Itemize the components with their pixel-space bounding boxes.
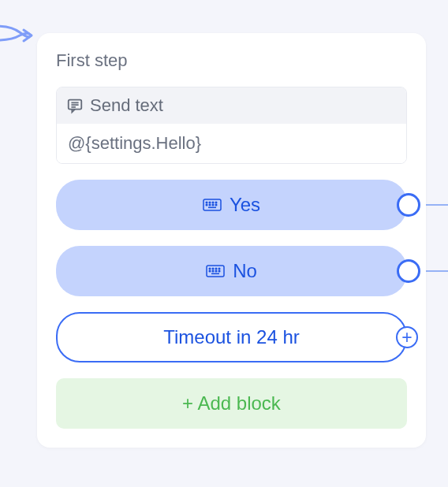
incoming-arrow bbox=[0, 23, 35, 46]
add-block-button[interactable]: + Add block bbox=[56, 378, 407, 429]
svg-point-6 bbox=[209, 202, 211, 203]
add-connector-button[interactable]: + bbox=[396, 326, 418, 348]
svg-rect-23 bbox=[211, 273, 219, 275]
svg-point-8 bbox=[215, 202, 217, 203]
svg-point-7 bbox=[212, 202, 214, 203]
connector-handle-yes[interactable] bbox=[397, 193, 420, 217]
timeout-button[interactable]: Timeout in 24 hr bbox=[56, 312, 407, 362]
svg-point-9 bbox=[206, 204, 207, 206]
timeout-row: Timeout in 24 hr + bbox=[56, 312, 407, 362]
svg-point-15 bbox=[209, 268, 211, 270]
svg-point-5 bbox=[206, 202, 207, 203]
add-block-label: + Add block bbox=[182, 392, 281, 415]
step-card: First step Send text @{settings.Hello} bbox=[37, 33, 426, 448]
connector-handle-no[interactable] bbox=[397, 259, 420, 283]
svg-rect-13 bbox=[208, 207, 216, 209]
send-text-block[interactable]: Send text @{settings.Hello} bbox=[56, 87, 407, 164]
option-no-label: No bbox=[233, 260, 257, 282]
option-yes-button[interactable]: Yes bbox=[56, 180, 407, 230]
keyboard-icon bbox=[206, 264, 225, 278]
svg-point-21 bbox=[215, 270, 217, 272]
svg-point-12 bbox=[215, 204, 217, 206]
plus-icon: + bbox=[401, 329, 412, 347]
card-title: First step bbox=[56, 50, 407, 71]
svg-point-16 bbox=[212, 268, 214, 270]
option-row-no: No bbox=[56, 246, 407, 296]
svg-point-17 bbox=[215, 268, 217, 270]
send-text-label: Send text bbox=[90, 95, 163, 116]
option-yes-label: Yes bbox=[230, 194, 260, 216]
svg-point-11 bbox=[212, 204, 214, 206]
svg-point-10 bbox=[209, 204, 211, 206]
option-row-yes: Yes bbox=[56, 180, 407, 230]
svg-point-19 bbox=[209, 270, 211, 272]
comment-icon bbox=[66, 97, 84, 114]
keyboard-icon bbox=[203, 198, 222, 212]
svg-point-20 bbox=[212, 270, 214, 272]
option-no-button[interactable]: No bbox=[56, 246, 407, 296]
send-text-header: Send text bbox=[57, 87, 406, 124]
timeout-label: Timeout in 24 hr bbox=[163, 326, 300, 348]
svg-point-18 bbox=[218, 268, 220, 270]
send-text-value[interactable]: @{settings.Hello} bbox=[57, 124, 406, 163]
svg-point-22 bbox=[218, 270, 220, 272]
